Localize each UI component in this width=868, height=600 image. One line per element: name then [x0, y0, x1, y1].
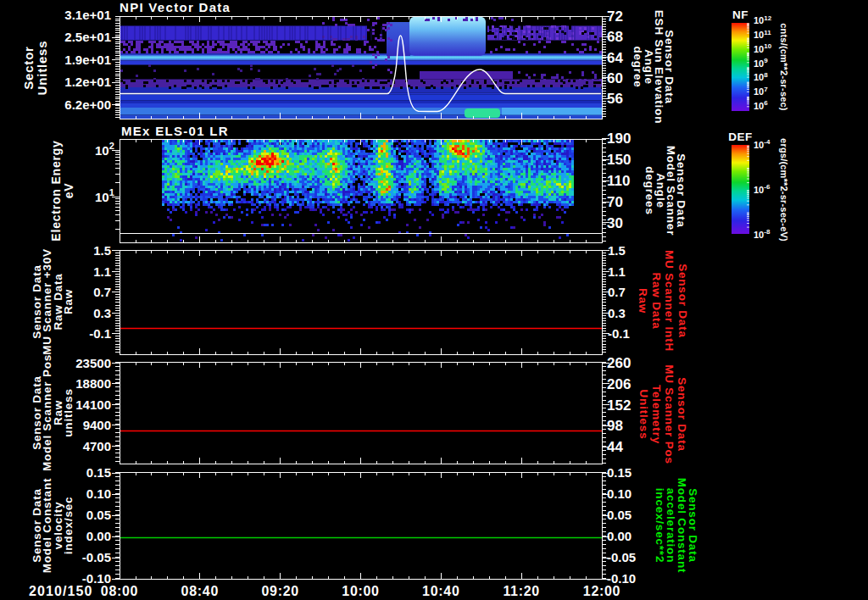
- svg-text:2.5e+01: 2.5e+01: [64, 30, 111, 44]
- svg-text:08:40: 08:40: [181, 584, 219, 598]
- svg-text:11:20: 11:20: [503, 584, 540, 598]
- svg-text:Sensor Data: Sensor Data: [676, 377, 688, 452]
- svg-text:2010/150: 2010/150: [29, 584, 93, 598]
- svg-text:0.7: 0.7: [608, 285, 626, 299]
- svg-text:0.10: 0.10: [607, 486, 632, 501]
- svg-text:152: 152: [607, 397, 631, 414]
- svg-text:Unitless: Unitless: [637, 390, 650, 440]
- svg-text:1.2e+01: 1.2e+01: [64, 75, 111, 89]
- svg-text:30: 30: [607, 215, 623, 231]
- svg-text:9400: 9400: [83, 418, 111, 432]
- svg-text:MU Scanner Pos: MU Scanner Pos: [663, 364, 676, 464]
- svg-text:1.1: 1.1: [608, 264, 626, 279]
- svg-text:110: 110: [607, 173, 630, 189]
- svg-text:-0.05: -0.05: [607, 550, 636, 564]
- svg-text:ergs/(cm**2-sr-sec-eV): ergs/(cm**2-sr-sec-eV): [779, 138, 789, 242]
- svg-text:index/sec: index/sec: [62, 497, 75, 555]
- svg-text:0.00: 0.00: [607, 529, 632, 543]
- svg-text:1.1: 1.1: [93, 264, 111, 279]
- svg-text:0.3: 0.3: [608, 306, 626, 320]
- svg-text:NPI Vector Data: NPI Vector Data: [120, 0, 231, 14]
- svg-text:0.3: 0.3: [93, 306, 111, 320]
- svg-text:150: 150: [607, 152, 631, 168]
- svg-text:14100: 14100: [75, 397, 111, 412]
- svg-text:unitless: unitless: [62, 388, 75, 436]
- svg-text:1.5: 1.5: [93, 243, 111, 258]
- svg-text:09:20: 09:20: [261, 584, 298, 598]
- svg-text:44: 44: [607, 439, 623, 455]
- svg-text:56: 56: [607, 91, 623, 107]
- svg-text:60: 60: [607, 70, 623, 86]
- svg-text:260: 260: [607, 355, 631, 371]
- svg-text:incex/sec**2: incex/sec**2: [654, 488, 666, 563]
- svg-text:Unitless: Unitless: [35, 41, 49, 96]
- svg-text:64: 64: [607, 50, 623, 66]
- svg-text:206: 206: [607, 376, 631, 392]
- svg-text:3.1e+01: 3.1e+01: [64, 8, 111, 22]
- svg-text:-0.1: -0.1: [89, 326, 111, 341]
- svg-text:Raw: Raw: [62, 289, 75, 314]
- svg-text:0.7: 0.7: [93, 285, 111, 299]
- svg-text:190: 190: [607, 131, 631, 147]
- svg-text:68: 68: [607, 29, 623, 45]
- svg-text:Telemetry: Telemetry: [650, 385, 663, 444]
- svg-text:12:00: 12:00: [583, 584, 620, 598]
- svg-text:eV: eV: [62, 183, 75, 199]
- svg-text:Sector: Sector: [21, 46, 36, 90]
- svg-text:70: 70: [607, 194, 623, 210]
- svg-text:DEF: DEF: [728, 131, 753, 143]
- svg-text:18800: 18800: [75, 376, 111, 391]
- svg-text:-0.05: -0.05: [82, 550, 111, 564]
- svg-text:10:40: 10:40: [422, 584, 459, 598]
- svg-text:-0.1: -0.1: [608, 326, 630, 341]
- svg-text:1.5: 1.5: [608, 243, 626, 258]
- svg-text:NF: NF: [732, 8, 748, 21]
- svg-text:0.10: 0.10: [86, 486, 111, 501]
- svg-text:degree: degree: [632, 46, 644, 87]
- svg-text:72: 72: [607, 8, 623, 25]
- svg-text:4700: 4700: [83, 439, 111, 453]
- svg-text:Sensor Data: Sensor Data: [676, 264, 689, 338]
- svg-text:0.15: 0.15: [607, 465, 632, 480]
- svg-text:98: 98: [607, 418, 623, 434]
- svg-text:23500: 23500: [75, 356, 111, 370]
- svg-text:MU Scanner IntH: MU Scanner IntH: [663, 250, 676, 352]
- svg-text:0.05: 0.05: [86, 508, 111, 522]
- svg-text:0.15: 0.15: [86, 465, 111, 480]
- svg-text:6.2e+00: 6.2e+00: [64, 97, 111, 112]
- svg-text:08:00: 08:00: [101, 584, 138, 598]
- svg-text:MEx ELS-01 LR: MEx ELS-01 LR: [121, 124, 229, 138]
- svg-text:Raw Data: Raw Data: [650, 272, 663, 329]
- svg-text:10:00: 10:00: [342, 584, 379, 598]
- svg-text:0.00: 0.00: [86, 529, 111, 543]
- svg-text:1.9e+01: 1.9e+01: [64, 53, 111, 67]
- svg-text:cnts/(cm**2-sr-sec): cnts/(cm**2-sr-sec): [779, 23, 789, 111]
- svg-text:0.05: 0.05: [607, 508, 632, 522]
- svg-text:degrees: degrees: [643, 166, 656, 214]
- svg-text:Raw: Raw: [637, 288, 649, 314]
